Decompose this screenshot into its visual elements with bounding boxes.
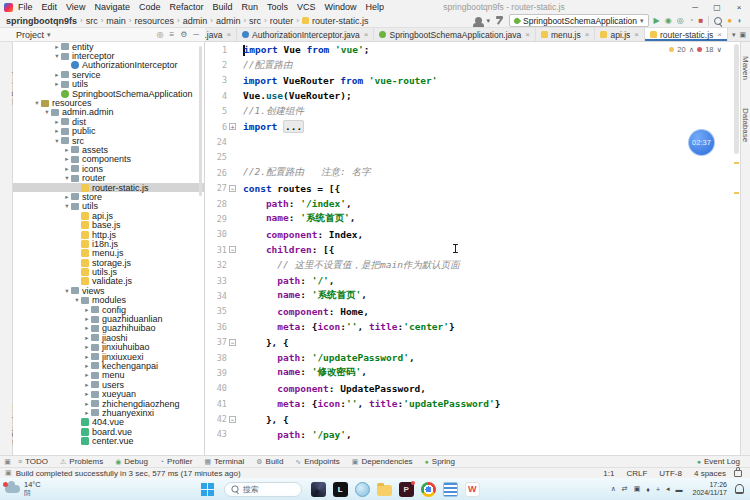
- tray-display-icon[interactable]: ▣: [634, 485, 641, 493]
- tree-chevron-icon[interactable]: ▸: [83, 334, 91, 342]
- menu-code[interactable]: Code: [139, 2, 161, 12]
- tree-folder-public[interactable]: ▸public: [13, 127, 204, 136]
- breadcrumb-file[interactable]: router-static.js: [312, 16, 369, 26]
- menu-navigate[interactable]: Navigate: [94, 2, 130, 12]
- fold-marker[interactable]: −: [227, 416, 238, 423]
- tree-folder-menu[interactable]: ▸menu: [13, 371, 204, 380]
- browser-app-icon[interactable]: [355, 482, 370, 497]
- code-line[interactable]: 27−const routes = [{: [205, 181, 740, 196]
- code-line[interactable]: 1import Vue from 'vue';: [205, 42, 740, 57]
- file-explorer-icon[interactable]: [377, 485, 392, 496]
- code-line[interactable]: 28 path: '/index',: [205, 196, 740, 211]
- tree-chevron-icon[interactable]: ▸: [63, 155, 71, 163]
- tree-file-center.vue[interactable]: center.vue: [13, 436, 204, 445]
- debug-button[interactable]: ◉: [665, 16, 672, 26]
- tree-folder-zhuanyexinxi[interactable]: ▸zhuanyexinxi: [13, 408, 204, 417]
- code-line[interactable]: 6+import ...: [205, 119, 740, 134]
- breadcrumb-item[interactable]: main: [106, 16, 126, 26]
- tree-file-router-static.js[interactable]: router-static.js: [13, 183, 204, 192]
- tree-chevron-icon[interactable]: ▾: [73, 296, 81, 304]
- tray-plus-icon[interactable]: +: [656, 486, 660, 493]
- tool-window-switcher-icon[interactable]: ▣: [3, 458, 12, 466]
- tree-chevron-icon[interactable]: ▾: [43, 108, 51, 116]
- tree-chevron-icon[interactable]: ▾: [53, 52, 61, 60]
- tree-folder-utils[interactable]: ▸utils: [13, 80, 204, 89]
- tree-chevron-icon[interactable]: ▸: [83, 362, 91, 370]
- tree-chevron-icon[interactable]: ▸: [83, 390, 91, 398]
- tree-folder-store[interactable]: ▸store: [13, 192, 204, 201]
- coverage-button[interactable]: ◎: [677, 16, 684, 26]
- menu-refactor[interactable]: Refactor: [169, 2, 203, 12]
- prev-issue-icon[interactable]: ∧: [689, 45, 695, 54]
- file-encoding[interactable]: UTF-8: [659, 469, 682, 478]
- notes-app-icon[interactable]: [443, 482, 458, 497]
- tree-chevron-icon[interactable]: ▾: [63, 202, 71, 210]
- code-line[interactable]: 37− }, {: [205, 334, 740, 349]
- close-tab-icon[interactable]: ×: [525, 30, 530, 39]
- wps-icon[interactable]: W: [465, 482, 480, 497]
- tray-volume-icon[interactable]: ◂: [666, 485, 670, 493]
- run-button[interactable]: ▶: [654, 16, 660, 26]
- close-button[interactable]: ×: [728, 0, 750, 14]
- code-line[interactable]: 29 name: '系统首页',: [205, 211, 740, 226]
- breadcrumb-item[interactable]: springbootqn9fs: [6, 16, 77, 26]
- code-line[interactable]: 33 path: '/',: [205, 273, 740, 288]
- tree-file-http.js[interactable]: http.js: [13, 230, 204, 239]
- code-line[interactable]: 30 component: Index,: [205, 227, 740, 242]
- tab-menu.js[interactable]: menu.js×: [536, 28, 595, 41]
- tool-window-profiler[interactable]: ◔Profiler: [160, 457, 193, 466]
- weather-widget[interactable]: 14°C 阴: [5, 481, 41, 497]
- code-line[interactable]: 43 path: '/pay',: [205, 427, 740, 442]
- tool-window-todo[interactable]: ≡TODO: [18, 457, 48, 466]
- tree-chevron-icon[interactable]: ▸: [63, 193, 71, 201]
- tree-chevron-icon[interactable]: ▸: [83, 343, 91, 351]
- tree-folder-icons[interactable]: ▸icons: [13, 164, 204, 173]
- tool-window-debug[interactable]: ◉Debug: [115, 457, 148, 466]
- hide-panel-icon[interactable]: ─: [193, 30, 199, 39]
- tab-SpringbootSchemaApplication.java[interactable]: SpringbootSchemaApplication.java×: [374, 28, 536, 41]
- tree-file-base.js[interactable]: base.js: [13, 220, 204, 229]
- chrome-icon[interactable]: [421, 482, 436, 497]
- close-tab-icon[interactable]: ×: [585, 30, 590, 39]
- editor-scrollbar[interactable]: [734, 44, 739, 154]
- breadcrumb-item[interactable]: src: [249, 16, 261, 26]
- close-tab-icon[interactable]: ×: [364, 30, 369, 39]
- tree-chevron-icon[interactable]: ▾: [63, 287, 71, 295]
- project-panel-title[interactable]: Project: [16, 30, 44, 40]
- tab-router-static.js[interactable]: router-static.js×: [645, 28, 728, 41]
- code-line[interactable]: 26//2.配置路由 注意: 名字: [205, 165, 740, 180]
- tree-folder-jiaoshi[interactable]: ▸jiaoshi: [13, 333, 204, 342]
- project-scrollbar[interactable]: [199, 46, 202, 196]
- code-line[interactable]: 35 component: Home,: [205, 304, 740, 319]
- code-line[interactable]: 39 name: '修改密码',: [205, 365, 740, 380]
- warning-stripe-mark[interactable]: [734, 192, 739, 194]
- stop-button[interactable]: ■: [698, 16, 703, 26]
- code-with-me-button[interactable]: ◗: [737, 16, 742, 26]
- tree-file-i18n.js[interactable]: i18n.js: [13, 239, 204, 248]
- tree-folder-guazhiduanlian[interactable]: ▸guazhiduanlian: [13, 314, 204, 323]
- menu-edit[interactable]: Edit: [42, 2, 58, 12]
- tool-window-terminal[interactable]: ▦Terminal: [204, 457, 244, 466]
- close-tab-icon[interactable]: ×: [717, 30, 722, 39]
- code-line[interactable]: 24: [205, 134, 740, 149]
- tree-chevron-icon[interactable]: ▸: [83, 381, 91, 389]
- menu-file[interactable]: File: [18, 2, 33, 12]
- code-line[interactable]: 32 // 这里不设置值，是把main作为默认页面: [205, 257, 740, 272]
- tree-file-api.js[interactable]: api.js: [13, 211, 204, 220]
- tree-folder-jinxiuxuexi[interactable]: ▸jinxiuxuexi: [13, 352, 204, 361]
- tree-chevron-icon[interactable]: ▸: [53, 80, 61, 88]
- tree-chevron-icon[interactable]: ▾: [33, 99, 41, 107]
- menu-window[interactable]: Window: [325, 2, 357, 12]
- warning-stripe-mark[interactable]: [734, 162, 739, 164]
- menu-run[interactable]: Run: [241, 2, 258, 12]
- tree-file-AuthorizationInterceptor[interactable]: AuthorizationInterceptor: [13, 61, 204, 70]
- tree-chevron-icon[interactable]: ▸: [83, 315, 91, 323]
- tree-chevron-icon[interactable]: ▾: [53, 137, 61, 145]
- breadcrumb-item[interactable]: router: [270, 16, 294, 26]
- search-everywhere-icon[interactable]: [714, 17, 722, 25]
- close-tab-icon[interactable]: ×: [634, 30, 639, 39]
- tree-folder-jinxiuhuibao[interactable]: ▸jinxiuhuibao: [13, 343, 204, 352]
- code-line[interactable]: 40 component: UpdatePassword,: [205, 381, 740, 396]
- tree-folder-service[interactable]: ▸service: [13, 70, 204, 79]
- tree-folder-router[interactable]: ▾router: [13, 173, 204, 182]
